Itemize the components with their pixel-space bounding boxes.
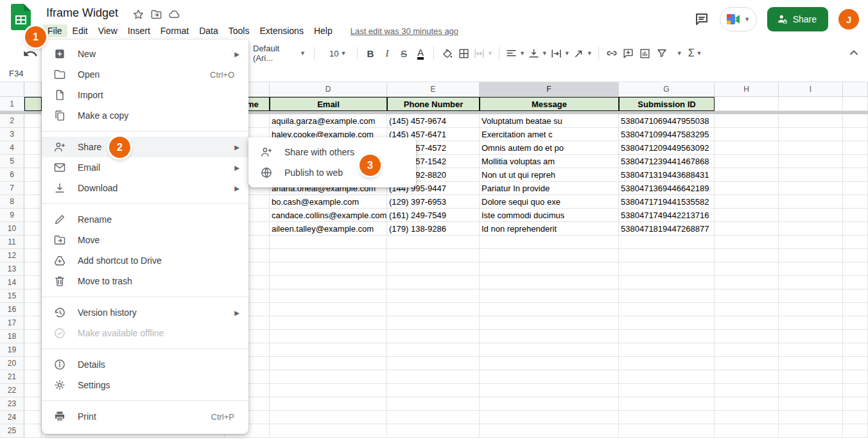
data-cell[interactable] bbox=[24, 263, 42, 276]
data-cell[interactable] bbox=[779, 263, 843, 276]
menubar-item-tools[interactable]: Tools bbox=[223, 24, 255, 37]
data-cell[interactable]: 5380471069447955038 bbox=[619, 114, 715, 128]
data-cell[interactable]: (145) 457-9674 bbox=[387, 114, 480, 128]
row-header-5[interactable]: 5 bbox=[0, 155, 24, 168]
data-cell[interactable] bbox=[24, 222, 42, 236]
meet-button[interactable]: ▼ bbox=[720, 7, 757, 31]
move-to-folder-icon[interactable] bbox=[150, 8, 162, 21]
document-title[interactable]: Iframe Widget bbox=[46, 6, 118, 20]
column-header-H[interactable]: H bbox=[715, 82, 779, 97]
menu-item-publish-to-web[interactable]: Publish to web bbox=[248, 162, 416, 183]
data-cell[interactable] bbox=[715, 397, 779, 411]
data-cell[interactable] bbox=[24, 236, 42, 249]
data-cell[interactable] bbox=[843, 222, 868, 236]
data-cell[interactable] bbox=[619, 263, 715, 276]
data-cell[interactable] bbox=[779, 330, 843, 343]
data-cell[interactable]: bo.cash@example.com bbox=[270, 195, 387, 209]
data-cell[interactable] bbox=[270, 249, 387, 263]
data-cell[interactable] bbox=[387, 236, 480, 249]
column-header-D[interactable]: D bbox=[270, 82, 387, 97]
data-cell[interactable]: Omnis autem do et po bbox=[480, 141, 619, 155]
functions-button[interactable]: Σ▼ bbox=[687, 44, 704, 62]
data-cell[interactable] bbox=[619, 384, 715, 397]
data-cell[interactable] bbox=[480, 263, 619, 276]
data-cell[interactable] bbox=[387, 384, 480, 397]
data-cell[interactable] bbox=[779, 168, 843, 182]
data-cell[interactable] bbox=[24, 303, 42, 316]
data-cell[interactable] bbox=[619, 316, 715, 330]
font-family-select[interactable]: Default (Ari...▼ bbox=[249, 44, 309, 62]
data-cell[interactable] bbox=[270, 236, 387, 249]
data-cell[interactable] bbox=[779, 303, 843, 316]
data-cell[interactable] bbox=[480, 249, 619, 263]
data-cell[interactable]: Exercitation amet c bbox=[480, 128, 619, 141]
row-header-7[interactable]: 7 bbox=[0, 182, 24, 195]
data-cell[interactable] bbox=[270, 424, 387, 438]
data-cell[interactable] bbox=[715, 97, 779, 111]
data-cell[interactable] bbox=[387, 249, 480, 263]
data-cell[interactable]: Voluptatum beatae su bbox=[480, 114, 619, 128]
data-cell[interactable] bbox=[387, 411, 480, 424]
data-cell[interactable]: aquila.garza@example.com bbox=[270, 114, 387, 128]
data-cell[interactable] bbox=[24, 155, 42, 168]
data-cell[interactable] bbox=[715, 168, 779, 182]
menubar-item-format[interactable]: Format bbox=[155, 24, 194, 37]
data-cell[interactable] bbox=[715, 249, 779, 263]
data-cell[interactable]: 5380471369446642189 bbox=[619, 182, 715, 195]
data-cell[interactable] bbox=[619, 397, 715, 411]
data-cell[interactable] bbox=[779, 411, 843, 424]
data-cell[interactable] bbox=[843, 411, 868, 424]
data-cell[interactable] bbox=[480, 289, 619, 303]
data-cell[interactable] bbox=[715, 114, 779, 128]
data-cell[interactable] bbox=[387, 303, 480, 316]
data-cell[interactable] bbox=[715, 316, 779, 330]
data-cell[interactable]: 5380471209449563092 bbox=[619, 141, 715, 155]
row-header-18[interactable]: 18 bbox=[0, 330, 24, 343]
header-cell[interactable]: Email bbox=[270, 97, 387, 111]
data-cell[interactable] bbox=[24, 168, 42, 182]
row-header-6[interactable]: 6 bbox=[0, 168, 24, 182]
data-cell[interactable] bbox=[843, 357, 868, 370]
data-cell[interactable] bbox=[843, 236, 868, 249]
data-cell[interactable] bbox=[843, 114, 868, 128]
data-cell[interactable] bbox=[480, 424, 619, 438]
data-cell[interactable] bbox=[480, 303, 619, 316]
data-cell[interactable] bbox=[779, 128, 843, 141]
data-cell[interactable] bbox=[480, 236, 619, 249]
data-cell[interactable] bbox=[779, 155, 843, 168]
last-edit-link[interactable]: Last edit was 30 minutes ago bbox=[347, 25, 462, 37]
menu-item-share-with-others[interactable]: Share with others bbox=[248, 142, 416, 162]
row-header-24[interactable]: 24 bbox=[0, 411, 24, 424]
star-icon[interactable] bbox=[132, 8, 144, 21]
data-cell[interactable] bbox=[387, 330, 480, 343]
data-cell[interactable] bbox=[715, 424, 779, 438]
data-cell[interactable] bbox=[387, 316, 480, 330]
borders-button[interactable] bbox=[455, 44, 472, 62]
text-rotation-button[interactable]: ▼ bbox=[571, 44, 594, 62]
name-box[interactable]: F34 bbox=[9, 69, 23, 78]
data-cell[interactable] bbox=[24, 289, 42, 303]
column-header-I[interactable]: I bbox=[779, 82, 843, 97]
font-size-select[interactable]: 10▼ bbox=[319, 44, 352, 62]
data-cell[interactable] bbox=[270, 276, 387, 289]
data-cell[interactable] bbox=[843, 141, 868, 155]
data-cell[interactable] bbox=[24, 114, 42, 128]
data-cell[interactable] bbox=[715, 209, 779, 222]
data-cell[interactable] bbox=[843, 424, 868, 438]
row-header-12[interactable]: 12 bbox=[0, 249, 24, 263]
data-cell[interactable] bbox=[480, 343, 619, 357]
italic-button[interactable]: I bbox=[379, 44, 395, 62]
column-header-F[interactable]: F bbox=[480, 82, 619, 97]
data-cell[interactable] bbox=[779, 97, 843, 111]
row-header-9[interactable]: 9 bbox=[0, 209, 24, 222]
menu-item-download[interactable]: Download▶ bbox=[42, 178, 248, 198]
data-cell[interactable] bbox=[480, 330, 619, 343]
data-cell[interactable] bbox=[270, 316, 387, 330]
data-cell[interactable] bbox=[619, 289, 715, 303]
data-cell[interactable] bbox=[619, 236, 715, 249]
data-cell[interactable] bbox=[619, 303, 715, 316]
fill-color-button[interactable] bbox=[438, 44, 455, 62]
data-cell[interactable] bbox=[480, 370, 619, 384]
sheets-logo-icon[interactable] bbox=[11, 4, 31, 30]
menu-item-version-history[interactable]: Version history▶ bbox=[42, 302, 248, 323]
